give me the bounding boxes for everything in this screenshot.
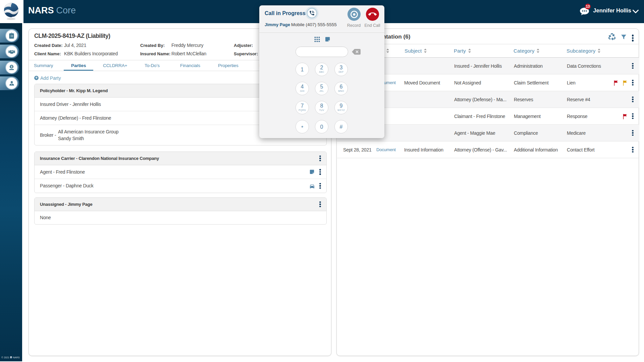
svg-text:$: $ [11,65,12,68]
